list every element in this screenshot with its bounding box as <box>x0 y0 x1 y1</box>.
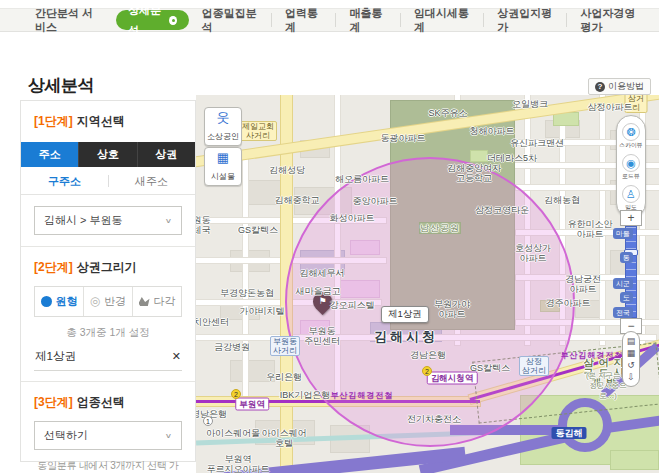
map-label: 2 <box>422 366 432 376</box>
roadview-button[interactable]: ◉로드뷰 <box>617 152 645 183</box>
zoom-level-tag[interactable]: 전국 <box>613 307 633 318</box>
map-canvas[interactable]: 제1상권 ⚑ 제일교회 사거리삼거리동광아파트해오름아파트김해성당김해중앙여자 … <box>196 95 659 473</box>
remove-area-icon[interactable]: ✕ <box>172 350 181 363</box>
top-nav-list: 간단분석 서비스상세분석업종밀집분석업력통계매출통계임대시세통계상권입지평가사업… <box>0 9 659 31</box>
step1-heading: [1단계]지역선택 <box>34 113 182 130</box>
map-building <box>294 187 352 215</box>
nav-item-label: 상세분석 <box>128 0 165 40</box>
interchange-green <box>610 450 659 470</box>
download-tool-icon[interactable]: ⇩ <box>623 371 639 383</box>
question-icon: ? <box>595 82 605 92</box>
highway <box>450 425 562 435</box>
map-road <box>600 95 605 345</box>
map-building <box>230 360 275 382</box>
map-building <box>340 280 380 298</box>
small-park <box>540 300 560 312</box>
shape-polygon-button[interactable]: 다각 <box>133 287 181 316</box>
draw-shape-buttons: 원형 ◎ 반경 다각 <box>34 286 182 317</box>
map-road <box>525 95 530 345</box>
category-select-value: 선택하기 <box>44 428 88 443</box>
active-marker-icon <box>169 16 177 25</box>
zoom-level-tag[interactable]: 시군 <box>613 278 633 289</box>
density-icon: ♙ <box>622 185 640 203</box>
radius-shape-icon: ◎ <box>90 296 100 307</box>
map-right-tools: ❂스카이뷰◉로드뷰♙밀도 <box>616 115 646 218</box>
map-label: 김해시청역 <box>427 372 478 385</box>
subtab-new-address[interactable]: 새주소 <box>108 167 195 194</box>
map-marker-pin[interactable]: ⚑ <box>309 288 336 315</box>
step1-section: [1단계]지역선택 <box>21 101 195 142</box>
zoom-level-tag[interactable]: 동 <box>620 252 633 263</box>
step3-badge: [3단계] <box>34 395 73 409</box>
menu-tool-icon[interactable]: ▤ <box>623 335 639 347</box>
region-select-value: 김해시 > 부원동 <box>44 213 123 228</box>
help-button[interactable]: ? 이용방법 <box>588 78 651 95</box>
step2-title: 상권그리기 <box>77 260 137 274</box>
region-select[interactable]: 김해시 > 부원동 ∨ <box>34 206 182 235</box>
nav-item-label: 사업자경영평가 <box>580 6 646 34</box>
map-building <box>350 240 380 255</box>
tool-label: 스카이뷰 <box>618 141 643 149</box>
address-type-subtabs: 구주소 새주소 <box>21 167 195 195</box>
shape-radius-button[interactable]: ◎ 반경 <box>84 287 133 316</box>
map-label: 경남은행 <box>196 409 227 419</box>
step2-badge: [2단계] <box>34 260 73 274</box>
zoom-level-tag[interactable]: 마을 <box>613 228 633 239</box>
area-tool-icon[interactable]: ▦ <box>623 347 639 359</box>
category-select[interactable]: 선택하기 ∨ <box>34 421 182 450</box>
map-label: 경남은행 <box>410 350 446 360</box>
map-building <box>300 320 330 335</box>
small-business-tool-button[interactable]: 웃소상공인 <box>204 107 242 146</box>
tab-store-name[interactable]: 상호 <box>79 142 137 167</box>
shape-circle-button[interactable]: 원형 <box>35 287 84 316</box>
nav-item[interactable]: 간단분석 서비스 <box>22 13 116 27</box>
tab-trade-area[interactable]: 상권 <box>138 142 195 167</box>
shape-count-note: 총 3개중 1개 설정 <box>34 326 182 340</box>
small-park <box>470 150 488 162</box>
nav-item[interactable]: 업종밀집분석 <box>189 13 271 27</box>
nav-item-label: 업력통계 <box>285 6 322 34</box>
page-title: 상세분석 <box>28 74 94 97</box>
facility-tool-button[interactable]: ▦시설물 <box>204 147 242 186</box>
tool-label: 로드뷰 <box>618 172 643 180</box>
analysis-panel: [1단계]지역선택 주소 상호 상권 구주소 새주소 김해시 > 부원동 ∨ [… <box>20 100 196 462</box>
help-button-label: 이용방법 <box>608 80 644 93</box>
tab-address[interactable]: 주소 <box>21 142 79 167</box>
step1-title: 지역선택 <box>77 114 125 128</box>
map-bottom-tools: ▤▦↺⇩ <box>622 331 640 387</box>
step2-heading: [2단계]상권그리기 <box>34 259 182 276</box>
shape-circle-label: 원형 <box>56 294 78 309</box>
chevron-down-icon: ∨ <box>165 432 172 440</box>
step3-section: [3단계]업종선택 선택하기 ∨ 동일분류 내에서 3개까지 선택 가능 <box>21 382 195 473</box>
map-road <box>243 155 248 405</box>
nav-item[interactable]: 상세분석 <box>116 10 189 30</box>
nav-item-label: 간단분석 서비스 <box>35 6 103 34</box>
map-label: 제일교회 사거리 <box>239 121 277 141</box>
nav-item[interactable]: 상권입지평가 <box>483 13 566 27</box>
tool-label: 시설물 <box>211 172 235 181</box>
nav-item-label: 상권입지평가 <box>497 6 553 34</box>
category-note: 동일분류 내에서 3개까지 선택 가능 <box>34 459 182 473</box>
step3-title: 업종선택 <box>77 395 125 409</box>
skyview-button[interactable]: ❂스카이뷰 <box>617 121 645 152</box>
nav-item[interactable]: 매출통계 <box>335 13 399 27</box>
skyview-icon: ❂ <box>622 123 640 141</box>
subtab-old-address[interactable]: 구주소 <box>21 167 108 194</box>
reset-tool-icon[interactable]: ↺ <box>623 359 639 371</box>
roadview-icon: ◉ <box>622 154 640 172</box>
chevron-down-icon: ∨ <box>165 217 172 225</box>
nav-item[interactable]: 업력통계 <box>271 13 335 27</box>
nav-item[interactable]: 임대시세통계 <box>400 13 483 27</box>
map-label: 전기차충전소 <box>407 414 461 424</box>
zoom-in-button[interactable]: + <box>620 210 642 226</box>
nav-item[interactable]: 사업자경영평가 <box>566 13 659 27</box>
shape-polygon-label: 다각 <box>154 294 176 309</box>
nav-item-label: 매출통계 <box>349 6 386 34</box>
zoom-slider[interactable] <box>625 226 637 318</box>
map-label: 1 <box>203 416 213 426</box>
zoom-level-tag[interactable]: 도 <box>620 292 633 303</box>
nav-item-label: 업종밀집분석 <box>202 6 258 34</box>
trade-area-map-label: 제1상권 <box>381 306 429 323</box>
step1-badge: [1단계] <box>34 114 73 128</box>
small-park <box>553 112 579 126</box>
